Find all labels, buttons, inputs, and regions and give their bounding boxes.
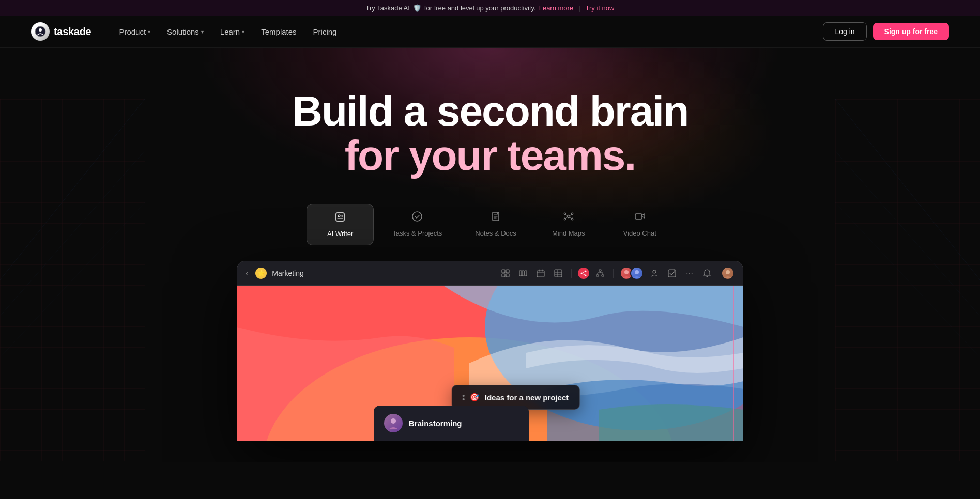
user-avatar[interactable]	[721, 267, 734, 280]
video-chat-icon	[634, 211, 646, 225]
app-toolbar: ‹ ⭐ Marketing	[237, 261, 743, 286]
svg-point-32	[581, 273, 583, 274]
banner-middle: for free and level up your productivity.	[424, 4, 536, 12]
nav-product[interactable]: Product ▾	[112, 23, 158, 40]
learn-more-link[interactable]: Learn more	[539, 4, 573, 12]
avatar-2	[630, 267, 644, 280]
svg-rect-30	[537, 271, 544, 277]
product-chevron-icon: ▾	[148, 29, 150, 35]
tab-notes-docs[interactable]: Notes & Docs	[461, 204, 530, 245]
ai-writer-icon	[334, 211, 346, 226]
nav-learn[interactable]: Learn ▾	[213, 23, 252, 40]
svg-rect-24	[506, 270, 509, 273]
tab-ai-writer[interactable]: AI Writer	[307, 204, 374, 245]
svg-point-34	[585, 275, 587, 276]
try-it-now-link[interactable]: Try it now	[586, 4, 615, 12]
banner-text: Try Taskade AI	[366, 4, 410, 12]
svg-point-1	[39, 28, 42, 32]
toolbar-calendar-icon[interactable]	[534, 267, 547, 280]
svg-rect-38	[596, 275, 599, 276]
svg-line-21	[570, 217, 571, 219]
card-text: Ideas for a new project	[485, 393, 569, 402]
app-preview: ‹ ⭐ Marketing	[237, 261, 743, 441]
toolbar-table-icon[interactable]	[552, 267, 565, 280]
svg-rect-25	[502, 274, 505, 277]
brainstorm-avatar	[384, 414, 403, 432]
project-title: Marketing	[272, 269, 303, 277]
learn-chevron-icon: ▾	[242, 29, 244, 35]
top-banner: Try Taskade AI 🛡️ for free and level up …	[0, 0, 980, 16]
solutions-chevron-icon: ▾	[201, 29, 204, 35]
card-emoji: 🎯	[470, 393, 480, 402]
tab-video-chat[interactable]: Video Chat	[606, 204, 673, 245]
navbar: taskade Product ▾ Solutions ▾ Learn ▾ Te…	[0, 16, 980, 48]
toolbar-bell-icon[interactable]	[700, 267, 714, 280]
svg-point-16	[564, 218, 566, 220]
svg-point-14	[564, 213, 566, 215]
svg-line-19	[570, 215, 571, 216]
signup-button[interactable]: Sign up for free	[873, 23, 949, 40]
hero-section: Build a second brain for your teams. AI …	[0, 48, 980, 462]
mind-maps-icon	[563, 211, 574, 225]
svg-point-33	[585, 271, 587, 272]
svg-rect-23	[502, 270, 505, 273]
nav-actions: Log in Sign up for free	[823, 22, 949, 41]
nav-links: Product ▾ Solutions ▾ Learn ▾ Templates …	[112, 23, 823, 40]
svg-rect-31	[555, 270, 562, 277]
toolbar-person-icon[interactable]	[648, 267, 661, 280]
toolbar-share-icon[interactable]	[578, 268, 589, 279]
login-button[interactable]: Log in	[823, 22, 866, 41]
tab-video-chat-label: Video Chat	[623, 229, 656, 237]
notes-docs-icon	[490, 211, 501, 225]
hero-title: Build a second brain for your teams.	[21, 89, 959, 178]
svg-point-40	[624, 270, 629, 274]
tab-tasks-projects-label: Tasks & Projects	[392, 229, 442, 237]
svg-point-15	[571, 213, 573, 215]
tab-mind-maps[interactable]: Mind Maps	[535, 204, 602, 245]
svg-point-13	[567, 215, 570, 218]
project-emoji: ⭐	[255, 268, 267, 279]
svg-point-17	[571, 218, 573, 220]
toolbar-check-icon[interactable]	[665, 267, 679, 280]
svg-line-36	[583, 274, 585, 275]
svg-rect-28	[522, 271, 524, 276]
svg-point-48	[391, 418, 396, 424]
tab-ai-writer-label: AI Writer	[327, 230, 353, 238]
svg-point-42	[653, 270, 656, 273]
toolbar-divider2	[613, 269, 614, 278]
svg-rect-37	[599, 270, 601, 271]
toolbar-columns-icon[interactable]	[516, 267, 530, 280]
svg-line-35	[583, 272, 585, 273]
logo-icon	[31, 22, 50, 41]
nav-solutions[interactable]: Solutions ▾	[160, 23, 211, 40]
banner-shield: 🛡️	[413, 4, 421, 12]
tab-tasks-projects[interactable]: Tasks & Projects	[378, 204, 456, 245]
toolbar-layout-icon[interactable]	[499, 267, 512, 280]
nav-templates[interactable]: Templates	[254, 23, 303, 40]
svg-rect-22	[635, 214, 642, 219]
back-button[interactable]: ‹	[246, 269, 248, 278]
feature-tabs: AI Writer Tasks & Projects	[21, 204, 959, 245]
hero-title-line2: for your teams.	[345, 132, 635, 179]
svg-line-20	[565, 217, 567, 219]
card-dots	[463, 395, 465, 400]
svg-rect-27	[519, 271, 522, 276]
tab-notes-docs-label: Notes & Docs	[475, 229, 516, 237]
toolbar-actions: ⋯	[499, 267, 734, 280]
svg-point-12	[412, 212, 422, 221]
svg-point-41	[635, 270, 639, 274]
toolbar-org-icon[interactable]	[593, 267, 607, 280]
svg-rect-39	[602, 275, 604, 276]
logo-text: taskade	[54, 26, 91, 38]
svg-point-11	[338, 215, 340, 217]
logo[interactable]: taskade	[31, 22, 91, 41]
vertical-line	[733, 286, 734, 441]
tasks-projects-icon	[411, 211, 423, 225]
app-content: 🎯 Ideas for a new project Brainstorming	[237, 286, 743, 441]
brainstorm-title: Brainstorming	[409, 419, 462, 428]
toolbar-more-icon[interactable]: ⋯	[683, 267, 696, 280]
banner-separator: |	[578, 4, 580, 12]
avatar-group	[620, 267, 644, 280]
hero-title-line1: Build a second brain	[292, 87, 688, 134]
nav-pricing[interactable]: Pricing	[306, 23, 344, 40]
